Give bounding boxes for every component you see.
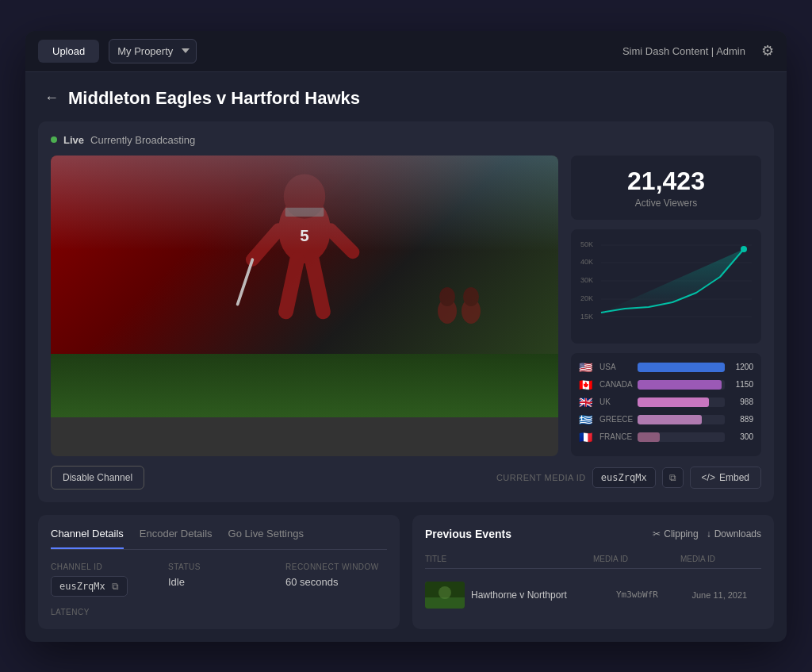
svg-rect-26 <box>425 597 465 609</box>
stats-panel: 21,423 Active Viewers 50K 40K 30K 20K 15… <box>571 156 761 456</box>
downloads-label: Downloads <box>714 528 761 540</box>
greece-bar-wrap <box>638 415 725 424</box>
event-thumb-image <box>425 582 465 609</box>
svg-text:20K: 20K <box>580 294 593 302</box>
live-indicator: Live Currently Broadcasting <box>51 134 761 146</box>
app-window: Upload My Property Simi Dash Content | A… <box>25 31 787 642</box>
bg-players <box>431 279 495 378</box>
page-header: ← Middleton Eagles v Hartford Hawks <box>25 72 787 121</box>
media-id-section: CURRENT MEDIA ID eusZrqMx ⧉ </> Embed <box>154 467 761 489</box>
usa-bar-wrap <box>638 363 725 372</box>
tab-encoder-details[interactable]: Encoder Details <box>140 528 213 549</box>
usa-count: 1200 <box>730 363 753 371</box>
svg-text:15K: 15K <box>580 313 593 321</box>
viewer-label: Active Viewers <box>582 198 750 209</box>
france-bar-wrap <box>638 432 725 442</box>
events-table-header: TITLE MEDIA ID MEDIA ID <box>425 550 761 569</box>
svg-text:50K: 50K <box>580 240 593 248</box>
svg-point-10 <box>439 287 455 306</box>
live-badge: Live <box>63 134 84 146</box>
nav-user: Simi Dash Content | Admin <box>622 45 745 57</box>
back-button[interactable]: ← <box>44 90 59 106</box>
france-count: 300 <box>730 432 753 441</box>
svg-point-24 <box>741 246 747 252</box>
france-flag: 🇫🇷 <box>579 431 595 444</box>
copy-media-id-button[interactable]: ⧉ <box>662 467 684 488</box>
prev-header: Previous Events ✂ Clipping ↓ Downloads <box>425 528 761 540</box>
channel-details-panel: Channel Details Encoder Details Go Live … <box>38 515 400 629</box>
viewer-count-box: 21,423 Active Viewers <box>571 156 761 220</box>
uk-bar <box>638 397 709 407</box>
video-placeholder: 5 <box>51 156 558 417</box>
tab-go-live-settings[interactable]: Go Live Settings <box>228 528 304 549</box>
reconnect-field: RECONNECT WINDOW 60 seconds <box>285 563 387 597</box>
svg-point-12 <box>463 287 479 306</box>
channel-id-label: CHANNEL ID <box>51 563 152 571</box>
usa-name: USA <box>599 363 633 371</box>
tab-channel-details[interactable]: Channel Details <box>51 528 124 549</box>
status-value: Idle <box>168 576 270 588</box>
status-field: STATUS Idle <box>168 563 270 597</box>
gear-icon[interactable]: ⚙ <box>761 42 774 60</box>
embed-label: Embed <box>719 472 749 483</box>
embed-button[interactable]: </> Embed <box>690 467 761 489</box>
fields-row: CHANNEL ID eusZrqMx ⧉ STATUS Idle RECONN… <box>51 563 387 597</box>
status-label: STATUS <box>168 563 270 571</box>
top-nav: Upload My Property Simi Dash Content | A… <box>25 31 787 72</box>
viewers-chart: 50K 40K 30K 20K 15K <box>579 237 753 332</box>
country-row-usa: 🇺🇸 USA 1200 <box>579 361 753 374</box>
france-bar <box>638 432 660 442</box>
clipping-button[interactable]: ✂ Clipping <box>653 528 698 540</box>
col-header-media-id: MEDIA ID <box>593 555 674 563</box>
clipping-label: Clipping <box>664 528 698 540</box>
current-media-label: CURRENT MEDIA ID <box>496 473 586 482</box>
scissors-icon: ✂ <box>653 528 661 540</box>
viewer-number: 21,423 <box>582 167 750 196</box>
canada-bar-wrap <box>638 380 725 390</box>
svg-point-27 <box>439 586 451 599</box>
download-icon: ↓ <box>707 528 711 540</box>
canada-name: CANADA <box>599 380 633 389</box>
canada-count: 1150 <box>730 380 753 389</box>
prev-actions: ✂ Clipping ↓ Downloads <box>653 528 761 540</box>
country-row-greece: 🇬🇷 GREECE 889 <box>579 413 753 426</box>
prev-title: Previous Events <box>425 528 653 540</box>
channel-id-value: eusZrqMx ⧉ <box>51 576 128 597</box>
bottom-panels: Channel Details Encoder Details Go Live … <box>38 515 774 629</box>
channel-id-copy-icon[interactable]: ⧉ <box>112 581 119 592</box>
chart-box: 50K 40K 30K 20K 15K <box>571 229 761 344</box>
video-container: 5 <box>51 156 558 456</box>
greece-flag: 🇬🇷 <box>579 413 595 426</box>
event-title: Hawthorne v Northport <box>471 589 610 601</box>
col-header-date: MEDIA ID <box>680 555 761 563</box>
event-media-id: Ym3wbWfR <box>616 589 686 600</box>
uk-bar-wrap <box>638 397 725 407</box>
sky-overlay <box>51 156 558 251</box>
uk-flag: 🇬🇧 <box>579 396 595 409</box>
main-content: Live Currently Broadcasting <box>25 121 787 642</box>
channel-tabs: Channel Details Encoder Details Go Live … <box>51 528 387 550</box>
reconnect-value: 60 seconds <box>285 576 387 588</box>
latency-label: LATENCY <box>51 608 387 616</box>
country-bars: 🇺🇸 USA 1200 🇨🇦 CANADA <box>571 353 761 456</box>
greece-name: GREECE <box>599 415 633 424</box>
usa-flag: 🇺🇸 <box>579 361 595 374</box>
canada-bar <box>638 380 722 390</box>
disable-channel-button[interactable]: Disable Channel <box>51 466 144 490</box>
live-panel: Live Currently Broadcasting <box>38 121 774 502</box>
svg-text:30K: 30K <box>580 276 593 284</box>
event-thumbnail <box>425 582 465 609</box>
greece-count: 889 <box>730 415 753 424</box>
country-row-canada: 🇨🇦 CANADA 1150 <box>579 378 753 391</box>
channel-id-field: CHANNEL ID eusZrqMx ⧉ <box>51 563 152 597</box>
country-row-uk: 🇬🇧 UK 988 <box>579 396 753 409</box>
channel-id-text: eusZrqMx <box>59 581 105 592</box>
property-select[interactable]: My Property <box>109 39 197 63</box>
downloads-button[interactable]: ↓ Downloads <box>707 528 761 540</box>
uk-name: UK <box>599 397 633 406</box>
previous-events-panel: Previous Events ✂ Clipping ↓ Downloads T… <box>412 515 774 629</box>
page-title: Middleton Eagles v Hartford Hawks <box>68 88 360 109</box>
upload-button[interactable]: Upload <box>38 40 99 63</box>
event-row: Hawthorne v Northport Ym3wbWfR June 11, … <box>425 575 761 615</box>
broadcasting-text: Currently Broadcasting <box>90 134 195 146</box>
